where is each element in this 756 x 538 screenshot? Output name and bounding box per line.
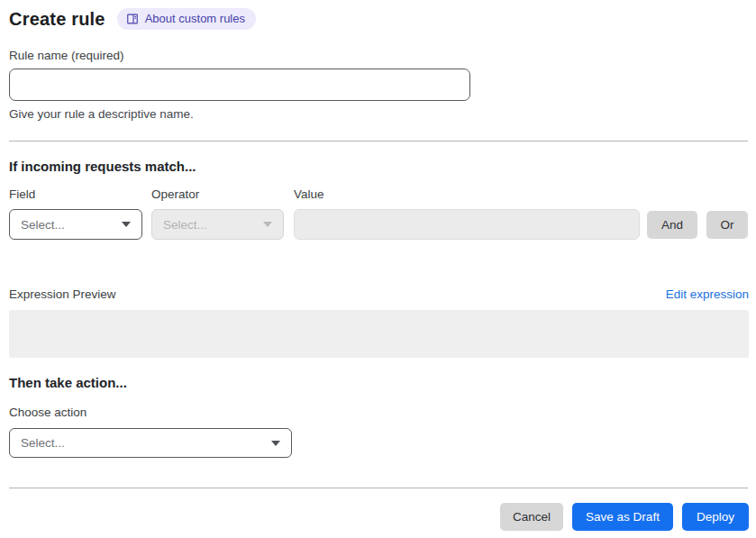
value-input [294, 209, 640, 240]
create-rule-page: Create rule About custom rules Rule name… [0, 0, 756, 531]
rule-name-input[interactable] [9, 68, 470, 101]
deploy-button[interactable]: Deploy [682, 503, 749, 531]
cancel-button[interactable]: Cancel [500, 503, 563, 531]
expression-builder-row: Field Select... Operator Select... Value… [9, 187, 748, 240]
save-as-draft-button[interactable]: Save as Draft [572, 503, 673, 531]
choose-action-select[interactable]: Select... [9, 428, 292, 458]
page-title: Create rule [9, 9, 105, 30]
rule-name-help: Give your rule a descriptive name. [9, 107, 748, 121]
operator-label: Operator [151, 187, 284, 201]
value-column: Value [294, 187, 640, 240]
footer-actions: Cancel Save as Draft Deploy [9, 503, 749, 531]
expression-preview-row: Expression Preview Edit expression [9, 287, 749, 301]
choose-action-label: Choose action [9, 406, 748, 419]
and-button[interactable]: And [647, 211, 697, 239]
page-header: Create rule About custom rules [9, 8, 748, 30]
value-label: Value [294, 187, 640, 201]
book-icon [126, 13, 139, 25]
or-button[interactable]: Or [706, 211, 748, 239]
edit-expression-link[interactable]: Edit expression [666, 287, 749, 301]
operator-select: Select... [151, 209, 284, 240]
about-custom-rules-badge[interactable]: About custom rules [117, 8, 256, 30]
expression-preview-box [9, 310, 749, 358]
section-divider-top [9, 141, 748, 141]
expression-preview-label: Expression Preview [9, 287, 116, 301]
match-section-heading: If incoming requests match... [9, 159, 748, 174]
field-column: Field Select... [9, 187, 142, 240]
chevron-down-icon [122, 222, 131, 227]
chevron-down-icon [271, 441, 280, 446]
section-divider-bottom [9, 488, 748, 488]
chevron-down-icon [263, 222, 272, 227]
field-label: Field [9, 187, 142, 201]
operator-column: Operator Select... [151, 187, 284, 240]
choose-action-select-value: Select... [21, 436, 65, 450]
field-select-value: Select... [21, 218, 65, 232]
action-section-heading: Then take action... [9, 375, 748, 390]
badge-label: About custom rules [145, 12, 245, 25]
field-select[interactable]: Select... [9, 209, 142, 240]
operator-select-value: Select... [163, 218, 207, 232]
rule-name-label: Rule name (required) [9, 49, 748, 62]
